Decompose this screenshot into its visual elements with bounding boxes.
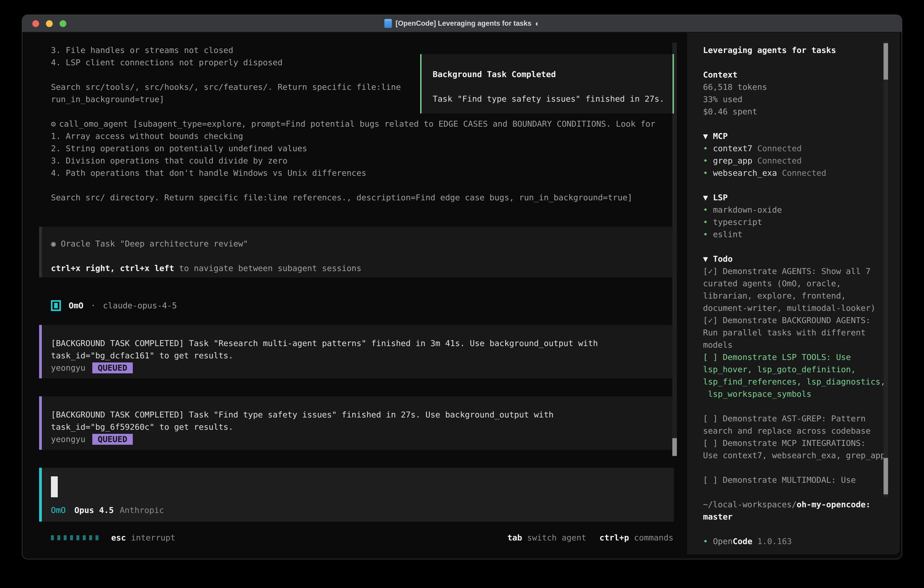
todo-line-active: lsp_workspace_symbols xyxy=(703,388,900,400)
statusbar: esc interrupt tab switch agent ctrl+p co… xyxy=(51,532,673,544)
tool-call-line: 2. String operations on potentially unde… xyxy=(51,142,655,155)
lsp-item: •markdown-oxide xyxy=(703,204,900,216)
context-tokens: 66,518 tokens xyxy=(703,81,900,93)
mcp-item: •websearch_exa Connected xyxy=(703,167,900,179)
tool-call-line: ⚙call_omo_agent [subagent_type=explore, … xyxy=(51,118,655,130)
oracle-hint-text: to navigate between subagent sessions xyxy=(174,264,361,273)
oracle-hint-line: ctrl+x right, ctrl+x left to navigate be… xyxy=(51,262,674,274)
folder-icon xyxy=(384,19,392,28)
mcp-status: Connected xyxy=(782,168,826,178)
workspace-path-prefix: ~/local-workspaces/ xyxy=(703,500,797,509)
status-dot-icon: • xyxy=(703,537,708,546)
app-version: 1.0.163 xyxy=(757,537,792,546)
mcp-name: websearch_exa xyxy=(713,168,777,178)
task-status-badge: QUEUED xyxy=(92,434,133,445)
background-task-card[interactable]: [BACKGROUND TASK COMPLETED] Task "Find t… xyxy=(39,396,674,450)
todo-line: librarian, explore, frontend, xyxy=(703,290,900,302)
toast-blank-line xyxy=(433,81,673,93)
close-window-button[interactable] xyxy=(32,20,39,27)
oracle-dot-icon: ◉ xyxy=(51,239,56,248)
background-task-card[interactable]: [BACKGROUND TASK COMPLETED] Task "Resear… xyxy=(39,325,674,378)
tool-call-line: 4. Path operations that don't handle Win… xyxy=(51,167,655,179)
task-message-line-2: task_id="bg_dcfac161" to get results. xyxy=(51,350,674,362)
lsp-section-header[interactable]: ▼LSP xyxy=(703,192,900,204)
toast-body: Task "Find type safety issues" finished … xyxy=(433,93,673,105)
task-status-badge: QUEUED xyxy=(92,362,133,373)
task-footer: yeongyuQUEUED xyxy=(51,362,674,374)
todo-line-active: [ ] Demonstrate LSP TOOLS: Use xyxy=(703,351,900,363)
esc-key-hint: esc xyxy=(111,532,126,544)
mcp-section-header[interactable]: ▼MCP xyxy=(703,130,900,142)
agent-square-icon xyxy=(51,300,61,311)
app-window: [OpenCode] Leveraging agents for tasks ◐… xyxy=(22,15,902,559)
status-dot-icon: • xyxy=(703,144,708,153)
todo-scrollbar-thumb[interactable] xyxy=(884,458,888,494)
todo-line: [ ] Demonstrate MULTIMODAL: Use xyxy=(703,474,900,486)
mcp-name: grep_app xyxy=(713,156,752,165)
tool-call-line: 1. Array access without bounds checking xyxy=(51,130,655,142)
oracle-hint-keys: ctrl+x right, ctrl+x left xyxy=(51,264,174,273)
status-dot-icon: • xyxy=(703,168,708,178)
lsp-name: eslint xyxy=(713,230,742,239)
text-cursor xyxy=(51,476,58,497)
agent-name: OmO xyxy=(69,299,83,312)
oracle-task-title-line: ◉ Oracle Task "Deep architecture review" xyxy=(51,238,674,250)
session-title: Leveraging agents for tasks xyxy=(703,44,900,56)
commands-key-hint: ctrl+p xyxy=(599,532,629,544)
agent-separator: · xyxy=(91,299,96,312)
task-message-line-2: task_id="bg_6f59260c" to get results. xyxy=(51,421,674,433)
esc-key-label: interrupt xyxy=(131,532,175,544)
agent-header: OmO · claude-opus-4-5 xyxy=(51,299,177,312)
mcp-item: •grep_app Connected xyxy=(703,155,900,167)
todo-line: document-writer, multimodal-looker) xyxy=(703,302,900,314)
todo-line: models xyxy=(703,339,900,351)
tab-key-hint: tab xyxy=(507,532,522,544)
caret-down-icon: ▼ xyxy=(703,254,708,264)
todo-line-active: lsp_find_references, lsp_diagnostics, xyxy=(703,376,900,388)
toast-title: Background Task Completed xyxy=(433,68,673,81)
status-dot-icon: • xyxy=(703,205,708,215)
mcp-name: context7 xyxy=(713,144,752,153)
background-task-toast[interactable]: Background Task Completed Task "Find typ… xyxy=(420,54,674,114)
status-dot-icon: • xyxy=(703,217,708,227)
prompt-input[interactable]: OmO Opus 4.5 Anthropic xyxy=(39,468,674,522)
workspace-repo: oh-my-opencode: xyxy=(797,500,871,509)
todo-line: curated agents (OmO, oracle, xyxy=(703,277,900,290)
maximize-window-button[interactable] xyxy=(59,20,66,27)
todo-section-header[interactable]: ▼Todo xyxy=(703,253,900,265)
todo-line: [✓] Demonstrate BACKGROUND AGENTS: xyxy=(703,314,900,327)
tool-call-title: call_omo_agent [subagent_type=explore, p… xyxy=(59,119,655,129)
commands-key-label: commands xyxy=(634,532,673,544)
gear-icon: ⚙ xyxy=(51,119,56,129)
task-footer: yeongyuQUEUED xyxy=(51,433,674,446)
todo-line: [✓] Demonstrate AGENTS: Show all 7 xyxy=(703,265,900,277)
input-model-name: Opus 4.5 xyxy=(74,504,114,516)
oracle-blank-line xyxy=(51,250,674,262)
app-name-prefix: Open xyxy=(713,537,733,546)
todo-line: Run parallel tasks with different xyxy=(703,327,900,339)
lsp-heading: LSP xyxy=(713,193,728,202)
lsp-name: typescript xyxy=(713,217,762,227)
tool-call-line xyxy=(51,179,655,192)
todo-heading: Todo xyxy=(713,254,733,264)
sidebar: Leveraging agents for tasks Context 66,5… xyxy=(687,33,900,554)
statusbar-left: esc interrupt xyxy=(51,532,175,544)
mcp-status: Connected xyxy=(757,144,802,153)
mcp-status: Connected xyxy=(757,156,802,165)
tool-call-line: 3. Division operations that could divide… xyxy=(51,155,655,167)
minimize-window-button[interactable] xyxy=(46,20,53,27)
mcp-heading: MCP xyxy=(713,131,728,141)
oracle-task-card[interactable]: ◉ Oracle Task "Deep architecture review"… xyxy=(39,227,674,277)
status-dot-icon: • xyxy=(703,156,708,165)
context-used: 33% used xyxy=(703,93,900,106)
lsp-item: •eslint xyxy=(703,228,900,241)
sidebar-scrollbar-thumb[interactable] xyxy=(884,43,888,79)
input-provider-name: Anthropic xyxy=(120,504,164,516)
tab-key-label: switch agent xyxy=(527,532,586,544)
lsp-item: •typescript xyxy=(703,216,900,228)
sidebar-scrollbar-track[interactable] xyxy=(884,42,888,497)
window-title-text: [OpenCode] Leveraging agents for tasks xyxy=(396,19,531,28)
content-scrollbar-thumb[interactable] xyxy=(672,438,677,456)
status-dot-icon: • xyxy=(703,230,708,239)
statusbar-right: tab switch agent ctrl+p commands xyxy=(507,532,673,544)
